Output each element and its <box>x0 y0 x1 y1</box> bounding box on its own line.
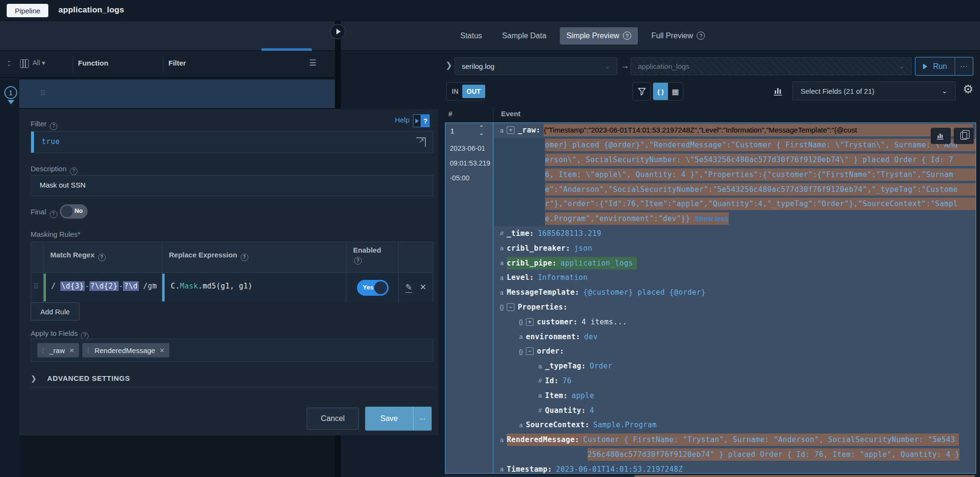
help-icon: ? <box>697 32 705 40</box>
tab-simple-preview[interactable]: Simple Preview? <box>560 27 638 44</box>
chevron-right-icon[interactable]: ❯ <box>445 60 452 70</box>
string-type-icon: a <box>536 392 544 399</box>
save-more-button[interactable]: ⋯ <box>413 407 432 431</box>
show-less-link[interactable]: Show less <box>695 215 729 222</box>
field-key-value: _time:1685628113.219 <box>507 227 601 240</box>
field-key: Properties: <box>518 303 568 311</box>
field-value: 1685628113.219 <box>538 229 601 238</box>
function-row-mask[interactable]: ⠿ Mask true ⋯ <box>19 79 335 109</box>
run-more-button[interactable]: ⋯ <box>955 57 973 75</box>
sample-file-value: serilog.log <box>462 62 494 70</box>
field-key-value: Id:76 <box>545 375 571 387</box>
event-field-line: acribl_pipe:application_logs <box>494 255 976 270</box>
expand-editor-icon[interactable] <box>416 137 426 147</box>
select-fields-dropdown[interactable]: Select Fields (21 of 21) ⌄ <box>792 81 956 100</box>
field-tag-_raw[interactable]: ⋮_raw✕ <box>37 343 79 357</box>
tab-sample-data[interactable]: Sample Data <box>495 27 553 44</box>
help-icon[interactable]: ? <box>354 257 362 265</box>
cancel-button[interactable]: Cancel <box>307 408 359 430</box>
help-link[interactable]: Help <box>395 116 410 124</box>
help-icon[interactable]: ? <box>241 254 248 261</box>
drag-handle-icon[interactable]: ⠿ <box>33 282 39 291</box>
filter-events-button[interactable] <box>633 82 651 100</box>
preview-tabbar: StatusSample DataSimple Preview?Full Pre… <box>341 21 980 51</box>
field-key: environment: <box>526 333 580 341</box>
regex-delimiter: / <box>51 282 60 290</box>
regex-token: - <box>85 282 89 290</box>
rule-enabled-value: Yes <box>363 284 373 291</box>
drag-handle-icon[interactable]: ⋮ <box>40 347 46 354</box>
sample-file-select[interactable]: serilog.log ⌄ <box>455 57 617 75</box>
remove-field-icon[interactable]: ✕ <box>159 347 165 354</box>
help-icon[interactable]: ? <box>70 167 78 175</box>
delete-rule-icon[interactable]: ✕ <box>420 282 426 292</box>
field-key-value: cribl_pipe:application_logs <box>507 257 637 269</box>
event-number: 1 <box>450 127 454 135</box>
string-type-icon: a <box>536 363 544 370</box>
list-menu-icon[interactable]: ☰ <box>309 58 316 68</box>
function-index-pin: 1 <box>4 86 17 99</box>
drag-handle-icon[interactable]: ⋮ <box>85 347 91 354</box>
collapse-icon[interactable]: − <box>507 303 514 311</box>
rule-match-regex-cell[interactable]: / \d{3}-?\d{2}-?\d /gm ⚐ <box>44 272 162 302</box>
help-icon[interactable]: ? <box>98 254 106 261</box>
rule-enabled-toggle[interactable]: Yes <box>357 280 389 296</box>
run-button[interactable]: Run <box>915 57 955 75</box>
play-icon <box>923 64 927 69</box>
chart-view-icon[interactable] <box>773 86 784 96</box>
apply-to-fields-label: Apply to Fields? <box>31 329 89 340</box>
rule-replace-expression-cell[interactable]: C.Mask.md5(g1, g1) <box>162 272 346 302</box>
field-tag-label: RenderedMessage <box>94 346 155 355</box>
field-value: 4 items... <box>581 318 627 326</box>
expand-icon[interactable]: + <box>507 126 514 134</box>
tab-full-preview[interactable]: Full Preview? <box>645 27 712 44</box>
help-icon[interactable]: ? <box>50 122 57 130</box>
event-row-2-partial[interactable] <box>445 475 976 477</box>
expand-collapse-event-icon[interactable]: ⌃⌄ <box>479 125 484 136</box>
toggle-knob <box>374 281 387 294</box>
raw-value-line: omer} placed {@order}","RenderedMessage"… <box>545 139 976 151</box>
wrap-indent <box>494 153 545 167</box>
save-button[interactable]: Save <box>365 407 413 431</box>
object-type-icon: {} <box>517 318 524 325</box>
help-video-icon[interactable]: ? <box>413 114 430 127</box>
filter-expression-input[interactable]: true <box>31 131 433 153</box>
collapse-all-icon[interactable]: ⌄⌃ <box>7 57 11 70</box>
pipeline-badge[interactable]: Pipeline <box>7 4 48 17</box>
final-toggle[interactable]: No <box>60 204 88 219</box>
pipeline-select[interactable]: application_logs ⌄ <box>631 57 912 75</box>
apply-to-fields-input[interactable]: ⋮_raw✕⋮RenderedMessage✕ <box>31 339 433 362</box>
regex-token: - <box>119 282 123 290</box>
advanced-settings-section[interactable]: ❯ ADVANCED SETTINGS <box>31 369 433 388</box>
expand-preview-button[interactable] <box>330 24 345 39</box>
columns-icon[interactable] <box>20 59 29 68</box>
filter-expression-value: true <box>42 137 60 146</box>
out-tab[interactable]: OUT <box>462 85 485 98</box>
collapse-icon[interactable]: − <box>526 347 534 355</box>
description-input[interactable]: Mask out SSN <box>31 175 433 196</box>
preview-settings-gear-icon[interactable]: ⚙ <box>963 82 973 96</box>
drag-handle-icon[interactable]: ⠿ <box>40 89 45 98</box>
string-type-icon: a <box>517 422 524 429</box>
match-regex-value: / \d{3}-?\d{2}-?\d /gm <box>51 282 157 290</box>
event-field-line: aSourceContext:Sample.Program <box>494 418 976 433</box>
tab-status[interactable]: Status <box>454 27 489 44</box>
rule-drag-cell[interactable]: ⠿ <box>31 272 44 302</box>
copy-event-button[interactable] <box>954 128 974 144</box>
table-view-button[interactable]: ▦ <box>668 82 683 100</box>
field-key-value: cribl_breaker:json <box>507 242 592 255</box>
remove-field-icon[interactable]: ✕ <box>69 347 75 354</box>
event-field-line: aItem:apple <box>494 388 976 403</box>
match-regex-column-header: Match Regex? <box>44 242 162 272</box>
expand-icon[interactable]: + <box>526 318 534 326</box>
field-chart-button[interactable] <box>931 128 951 144</box>
in-tab[interactable]: IN <box>447 88 462 95</box>
field-tag-RenderedMessage[interactable]: ⋮RenderedMessage✕ <box>82 343 169 357</box>
edit-rule-icon[interactable]: ✎ <box>405 282 412 293</box>
group-filter-dropdown[interactable]: All ▾ <box>33 59 45 67</box>
event-row[interactable]: 1 ⌃⌄ 2023-06-01 09:01:53.219 -05:00 a+_r… <box>445 122 976 474</box>
json-view-button[interactable]: { } <box>653 82 668 100</box>
flag-icon[interactable]: ⚐ <box>151 282 158 291</box>
add-rule-button[interactable]: Add Rule <box>31 302 79 321</box>
help-icon[interactable]: ? <box>50 211 57 218</box>
